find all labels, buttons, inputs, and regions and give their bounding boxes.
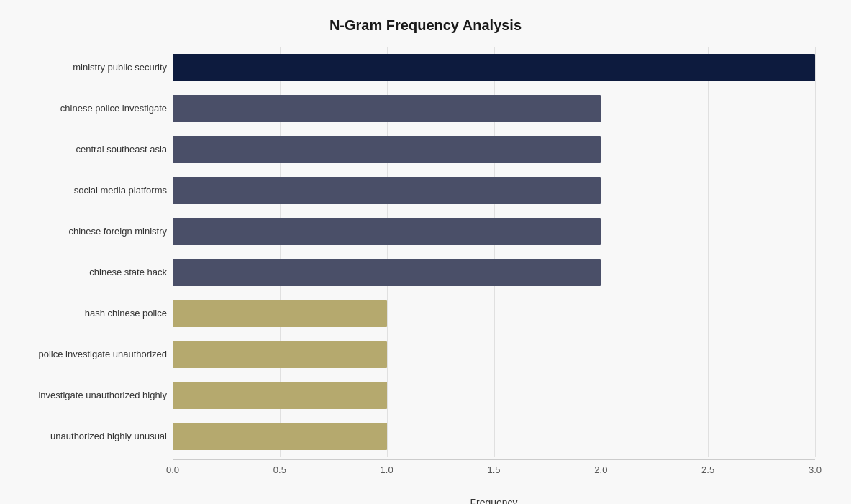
x-axis: 0.00.51.01.52.02.53.0 bbox=[173, 459, 815, 477]
bar bbox=[173, 382, 387, 409]
bar-row: chinese foreign ministry bbox=[173, 211, 815, 252]
bar-row: investigate unauthorized highly bbox=[173, 375, 815, 416]
bar-row: police investigate unauthorized bbox=[173, 334, 815, 375]
bar bbox=[173, 54, 815, 81]
chart-container: N-Gram Frequency Analysis ministry publi… bbox=[0, 0, 851, 504]
bar-label: ministry public security bbox=[16, 62, 167, 73]
bar-row: ministry public security bbox=[173, 47, 815, 88]
x-tick: 3.0 bbox=[809, 464, 822, 475]
bar-row: chinese state hack bbox=[173, 252, 815, 293]
bar-label: central southeast asia bbox=[16, 144, 167, 155]
rows-wrapper: ministry public securitychinese police i… bbox=[173, 47, 815, 457]
bar-label: chinese state hack bbox=[16, 267, 167, 278]
bar-row: chinese police investigate bbox=[173, 88, 815, 129]
bar-label: investigate unauthorized highly bbox=[16, 390, 167, 400]
x-tick: 1.0 bbox=[381, 464, 393, 475]
bar bbox=[173, 136, 601, 163]
bar-label: social media platforms bbox=[16, 185, 167, 196]
x-tick: 0.0 bbox=[166, 464, 179, 475]
bar-row: unauthorized highly unusual bbox=[173, 416, 815, 457]
x-tick: 2.5 bbox=[701, 464, 714, 475]
x-tick: 1.5 bbox=[487, 464, 500, 475]
bar-row: central southeast asia bbox=[173, 129, 815, 170]
bar-label: unauthorized highly unusual bbox=[16, 431, 167, 441]
grid-line bbox=[815, 47, 816, 457]
x-axis-label: Frequency bbox=[173, 497, 815, 504]
x-tick: 2.0 bbox=[594, 464, 607, 475]
bar bbox=[173, 177, 601, 204]
bar-label: chinese foreign ministry bbox=[16, 226, 167, 237]
bar bbox=[173, 341, 387, 368]
bar-label: hash chinese police bbox=[16, 308, 167, 319]
bar-row: hash chinese police bbox=[173, 293, 815, 334]
bar-row: social media platforms bbox=[173, 170, 815, 211]
bar-label: police investigate unauthorized bbox=[16, 349, 167, 359]
chart-title: N-Gram Frequency Analysis bbox=[14, 17, 837, 34]
x-tick: 0.5 bbox=[273, 464, 286, 475]
bar bbox=[173, 259, 601, 286]
bar bbox=[173, 218, 601, 245]
bar bbox=[173, 300, 387, 327]
bar bbox=[173, 423, 387, 450]
bar bbox=[173, 95, 601, 122]
bar-label: chinese police investigate bbox=[16, 103, 167, 114]
